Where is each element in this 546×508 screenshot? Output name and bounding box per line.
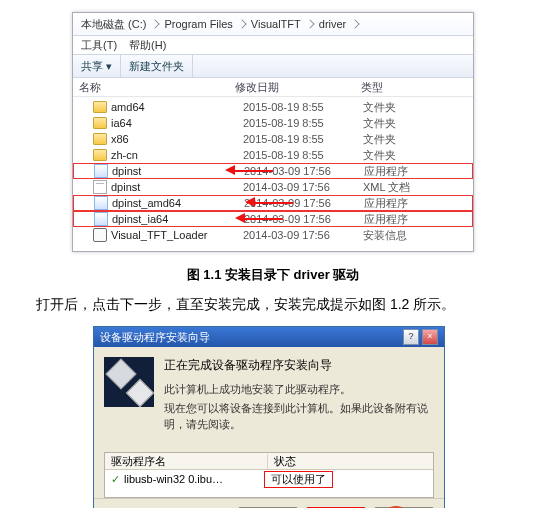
file-name: dpinst_amd64 [112, 197, 181, 209]
folder-icon [93, 117, 107, 129]
breadcrumb-segment[interactable]: VisualTFT [247, 18, 305, 30]
wizard-p2: 现在您可以将设备连接到此计算机。如果此设备附有说明，请先阅读。 [164, 401, 434, 432]
breadcrumb[interactable]: 本地磁盘 (C:) Program Files VisualTFT driver [73, 13, 473, 36]
file-type: 文件夹 [363, 148, 473, 163]
menu-tools[interactable]: 工具(T) [81, 38, 117, 53]
file-name: dpinst [112, 165, 141, 177]
file-date: 2014-03-09 17:56 [243, 229, 363, 241]
help-button[interactable]: ? [403, 329, 419, 345]
highlight-arrow-icon [233, 166, 281, 176]
file-type: 应用程序 [364, 196, 472, 211]
driver-name: libusb-win32 0.ibu… [124, 473, 264, 485]
application-icon [94, 196, 108, 210]
driver-status: 可以使用了 [264, 471, 333, 488]
driver-row[interactable]: ✓ libusb-win32 0.ibu… 可以使用了 [105, 470, 433, 488]
highlight-arrow-icon [243, 214, 291, 224]
breadcrumb-segment[interactable]: 本地磁盘 (C:) [77, 17, 150, 32]
highlight-arrow-icon [253, 198, 301, 208]
wizard-text: 正在完成设备驱动程序安装向导 此计算机上成功地安装了此驱动程序。 现在您可以将设… [164, 357, 434, 436]
wizard-heading: 正在完成设备驱动程序安装向导 [164, 357, 434, 374]
table-row[interactable]: ia642015-08-19 8:55文件夹 [73, 115, 473, 131]
close-button[interactable]: × [422, 329, 438, 345]
check-icon: ✓ [111, 473, 120, 486]
col-type[interactable]: 类型 [355, 80, 473, 95]
file-type: 应用程序 [364, 212, 472, 227]
file-type: 应用程序 [364, 164, 472, 179]
file-name: Visual_TFT_Loader [111, 229, 207, 241]
file-date: 2014-03-09 17:56 [243, 181, 363, 193]
breadcrumb-segment[interactable]: driver [315, 18, 351, 30]
file-name: x86 [111, 133, 129, 145]
driver-col-status: 状态 [268, 454, 302, 469]
xml-icon [93, 180, 107, 194]
table-row[interactable]: dpinst2014-03-09 17:56XML 文档 [73, 179, 473, 195]
menubar: 工具(T) 帮助(H) [73, 36, 473, 55]
wizard-body: 正在完成设备驱动程序安装向导 此计算机上成功地安装了此驱动程序。 现在您可以将设… [94, 347, 444, 446]
table-row[interactable]: Visual_TFT_Loader2014-03-09 17:56安装信息 [73, 227, 473, 243]
figure-caption-1: 图 1.1 安装目录下 driver 驱动 [12, 266, 534, 284]
col-name[interactable]: 名称 [73, 80, 229, 95]
driver-table-head: 驱动程序名 状态 [105, 453, 433, 470]
explorer-window: 本地磁盘 (C:) Program Files VisualTFT driver… [72, 12, 474, 252]
file-type: 文件夹 [363, 100, 473, 115]
file-list: amd642015-08-19 8:55文件夹ia642015-08-19 8:… [73, 97, 473, 251]
wizard-titlebar[interactable]: 设备驱动程序安装向导 ? × [94, 327, 444, 347]
table-row[interactable]: x862015-08-19 8:55文件夹 [73, 131, 473, 147]
file-date: 2015-08-19 8:55 [243, 101, 363, 113]
toolbar-new-folder-label: 新建文件夹 [129, 59, 184, 74]
wizard-icon [104, 357, 154, 407]
file-name: amd64 [111, 101, 145, 113]
body-paragraph: 打开后，点击下一步，直至安装完成，安装完成提示如图 1.2 所示。 [36, 296, 528, 314]
folder-icon [93, 149, 107, 161]
file-type: XML 文档 [363, 180, 473, 195]
toolbar-new-folder[interactable]: 新建文件夹 [121, 55, 193, 77]
toolbar: 共享 ▾ 新建文件夹 [73, 55, 473, 78]
application-icon [94, 164, 108, 178]
chevron-right-icon [351, 19, 360, 28]
col-date[interactable]: 修改日期 [229, 80, 355, 95]
menu-help[interactable]: 帮助(H) [129, 38, 166, 53]
setup-info-icon [93, 228, 107, 242]
table-row[interactable]: zh-cn2015-08-19 8:55文件夹 [73, 147, 473, 163]
wizard-title-text: 设备驱动程序安装向导 [100, 330, 210, 345]
chevron-right-icon [237, 19, 246, 28]
file-name: zh-cn [111, 149, 138, 161]
application-icon [94, 212, 108, 226]
breadcrumb-segment[interactable]: Program Files [160, 18, 236, 30]
file-type: 文件夹 [363, 116, 473, 131]
toolbar-share[interactable]: 共享 ▾ [73, 55, 121, 77]
chevron-right-icon [151, 19, 160, 28]
driver-col-name: 驱动程序名 [105, 454, 268, 469]
file-date: 2015-08-19 8:55 [243, 117, 363, 129]
list-header: 名称 修改日期 类型 [73, 78, 473, 97]
wizard-wrap: 设备驱动程序安装向导 ? × 正在完成设备驱动程序安装向导 此计算机上成功地安装… [58, 326, 488, 508]
file-type: 文件夹 [363, 132, 473, 147]
window-controls: ? × [403, 329, 438, 345]
wizard-window: 设备驱动程序安装向导 ? × 正在完成设备驱动程序安装向导 此计算机上成功地安装… [93, 326, 445, 508]
table-row[interactable]: amd642015-08-19 8:55文件夹 [73, 99, 473, 115]
toolbar-share-label: 共享 ▾ [81, 59, 112, 74]
wizard-p1: 此计算机上成功地安装了此驱动程序。 [164, 382, 434, 397]
file-name: ia64 [111, 117, 132, 129]
file-name: dpinst_ia64 [112, 213, 168, 225]
file-date: 2015-08-19 8:55 [243, 149, 363, 161]
driver-table: 驱动程序名 状态 ✓ libusb-win32 0.ibu… 可以使用了 [104, 452, 434, 498]
folder-icon [93, 101, 107, 113]
folder-icon [93, 133, 107, 145]
file-type: 安装信息 [363, 228, 473, 243]
file-date: 2015-08-19 8:55 [243, 133, 363, 145]
file-name: dpinst [111, 181, 140, 193]
chevron-right-icon [305, 19, 314, 28]
